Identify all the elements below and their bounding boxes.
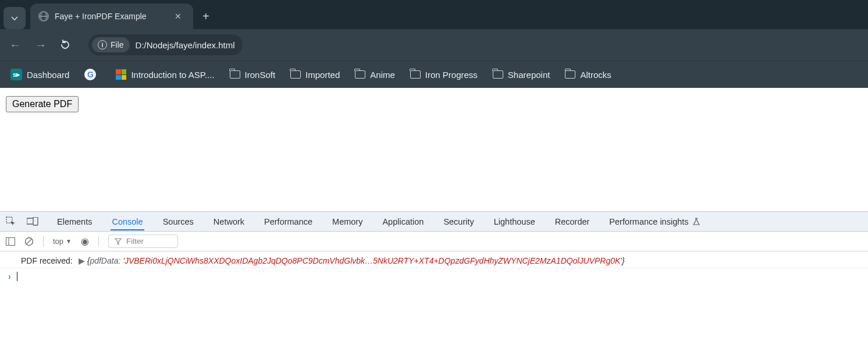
browser-toolbar: ← → i File D:/Nodejs/faye/index.html [0, 29, 868, 61]
filter-input[interactable]: Filter [108, 235, 178, 248]
bookmark-label: Altrocks [580, 70, 611, 80]
bookmark-google[interactable]: G [84, 69, 101, 80]
tab-elements[interactable]: Elements [56, 213, 93, 230]
bookmark-label: IronSoft [245, 70, 276, 80]
cursor [17, 272, 17, 281]
chevron-down-icon [10, 14, 19, 22]
tab-sources[interactable]: Sources [162, 213, 195, 230]
bookmark-ironsoft[interactable]: IronSoft [230, 70, 276, 80]
tab-memory[interactable]: Memory [331, 213, 364, 230]
title-bar: Faye + IronPDF Example ✕ + [0, 0, 868, 29]
url-text: D:/Nodejs/faye/index.html [136, 40, 235, 50]
bookmark-intro-asp[interactable]: Introduction to ASP.... [116, 69, 214, 80]
prompt-chevron-icon: › [8, 272, 11, 281]
tab-security[interactable]: Security [442, 213, 475, 230]
devtools-panel: Elements Console Sources Network Perform… [0, 211, 868, 362]
address-bar[interactable]: i File D:/Nodejs/faye/index.html [88, 34, 243, 55]
log-prefix: PDF received: [21, 256, 73, 265]
svg-rect-2 [33, 217, 38, 225]
separator [43, 236, 44, 247]
browser-tab[interactable]: Faye + IronPDF Example ✕ [30, 3, 193, 29]
new-tab-button[interactable]: + [193, 3, 219, 29]
filter-icon [115, 238, 122, 245]
bookmark-label: Anime [370, 70, 395, 80]
bookmark-sharepoint[interactable]: Sharepoint [493, 70, 550, 80]
sharepoint-icon: s▶ [10, 69, 22, 80]
bookmark-imported[interactable]: Imported [290, 70, 340, 80]
globe-icon [38, 11, 49, 22]
tab-console[interactable]: Console [111, 213, 144, 230]
protocol-chip[interactable]: i File [92, 37, 130, 52]
console-prompt[interactable]: › [0, 268, 868, 285]
device-toolbar-icon[interactable] [27, 217, 38, 226]
window-menu-button[interactable] [3, 7, 26, 29]
folder-icon [230, 70, 240, 79]
back-button[interactable]: ← [8, 38, 22, 52]
devtools-tabs: Elements Console Sources Network Perform… [0, 212, 868, 232]
info-icon: i [98, 40, 107, 49]
tab-title: Faye + IronPDF Example [55, 12, 171, 21]
folder-icon [355, 70, 365, 79]
console-log-line[interactable]: PDF received: ▶ { pdfData: 'JVBERi0xLjQN… [0, 254, 868, 268]
clear-console-icon[interactable] [24, 237, 34, 246]
forward-button[interactable]: → [34, 38, 48, 52]
protocol-label: File [111, 40, 124, 49]
bookmark-label: Introduction to ASP.... [131, 70, 214, 80]
log-value: 'JVBERi0xLjQNCiWhs8XXDQoxIDAgb2JqDQo8PC9… [123, 256, 622, 265]
sidebar-toggle-icon[interactable] [6, 237, 15, 246]
bookmark-altrocks[interactable]: Altrocks [565, 70, 611, 80]
generate-pdf-button[interactable]: Generate PDF [6, 96, 79, 112]
expand-object-icon[interactable]: ▶ [79, 256, 85, 265]
bookmark-label: Iron Progress [425, 70, 478, 80]
svg-rect-3 [6, 237, 15, 245]
separator [98, 236, 99, 247]
bookmark-iron-progress[interactable]: Iron Progress [410, 70, 478, 80]
context-selector[interactable]: top ▼ [53, 237, 72, 246]
tab-application[interactable]: Application [381, 213, 425, 230]
tab-recorder[interactable]: Recorder [554, 213, 591, 230]
reload-button[interactable] [59, 39, 73, 51]
folder-icon [410, 70, 421, 79]
folder-icon [493, 70, 503, 79]
log-key: pdfData: [90, 256, 120, 265]
inspect-icon[interactable] [6, 217, 16, 227]
tab-close-button[interactable]: ✕ [171, 10, 185, 22]
console-toolbar: top ▼ ◉ Filter [0, 232, 868, 251]
filter-placeholder: Filter [126, 237, 144, 246]
google-icon: G [84, 69, 96, 80]
microsoft-icon [116, 69, 126, 80]
bookmark-label: Sharepoint [508, 70, 550, 80]
svg-line-6 [26, 239, 31, 244]
bookmarks-bar: s▶ Dashboard G Introduction to ASP.... I… [0, 61, 868, 88]
tab-lighthouse[interactable]: Lighthouse [493, 213, 536, 230]
page-content: Generate PDF [0, 88, 868, 211]
bookmark-anime[interactable]: Anime [355, 70, 395, 80]
live-expression-icon[interactable]: ◉ [81, 236, 89, 247]
reload-icon [59, 39, 71, 51]
tab-performance-insights[interactable]: Performance insights [608, 213, 701, 230]
bookmark-label: Imported [305, 70, 340, 80]
tab-network[interactable]: Network [212, 213, 246, 230]
flask-icon [692, 218, 700, 226]
console-output: PDF received: ▶ { pdfData: 'JVBERi0xLjQN… [0, 251, 868, 362]
folder-icon [565, 70, 575, 79]
bookmark-dashboard[interactable]: s▶ Dashboard [10, 69, 69, 80]
bookmark-label: Dashboard [27, 70, 69, 80]
folder-icon [290, 70, 301, 79]
tab-performance[interactable]: Performance [263, 213, 314, 230]
